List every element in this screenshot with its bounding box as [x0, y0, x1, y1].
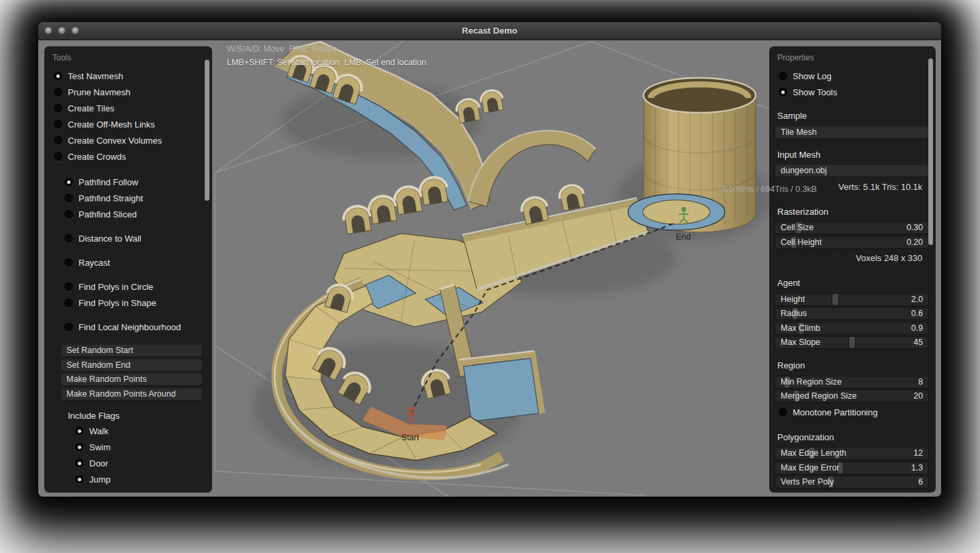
make-random-points-around-button[interactable]: Make Random Points Around [60, 388, 203, 401]
tool-option-label: Find Local Neighbourhood [79, 322, 181, 332]
radio-icon [54, 152, 62, 161]
height-slider[interactable]: Height2.0 [775, 293, 929, 306]
water-room [458, 351, 542, 421]
slider-label: Max Edge Error [781, 462, 840, 474]
tool-option-find-polys-in-circle[interactable]: Find Polys in Circle [44, 279, 212, 295]
slider-value: 1.3 [912, 462, 923, 474]
verts-per-poly-slider[interactable]: Verts Per Poly6 [775, 476, 929, 489]
include-flag-swim[interactable]: Swim [44, 440, 212, 456]
tool-mode-test-navmesh[interactable]: Test Navmesh [44, 68, 212, 84]
radio-icon [779, 88, 787, 97]
include-flag-label: Swim [89, 442, 111, 452]
section-title: Rasterization [769, 204, 936, 220]
slider-label: Cell Size [781, 221, 814, 234]
app-window: Recast Demo [38, 22, 941, 497]
sample-value: Tile Mesh [781, 128, 817, 137]
tools-scrollbar[interactable] [205, 60, 209, 201]
window-title: Recast Demo [38, 22, 941, 40]
slider-label: Max Slope [781, 336, 820, 349]
slider-label: Radius [781, 307, 807, 320]
slider-handle[interactable] [849, 337, 855, 348]
slider-label: Min Region Size [781, 376, 842, 389]
include-flag-walk[interactable]: Walk [44, 423, 212, 440]
radio-icon [64, 258, 73, 267]
tools-title: Tools [44, 52, 212, 68]
section-agent: AgentHeight2.0Radius0.6Max Climb0.9Max S… [769, 275, 936, 349]
section-title: Agent [769, 275, 936, 291]
tool-option-label: Pathfind Sliced [79, 209, 137, 219]
slider-label: Merged Region Size [781, 390, 856, 403]
titlebar[interactable]: Recast Demo [38, 22, 941, 40]
minimize-button[interactable] [58, 27, 66, 35]
slider-value: 0.30 [907, 221, 923, 234]
properties-toggles: Show LogShow Tools [769, 68, 936, 100]
make-random-points-button[interactable]: Make Random Points [60, 373, 203, 386]
sample-value-button[interactable]: Tile Mesh [775, 126, 929, 139]
slider-value: 2.0 [912, 293, 923, 306]
slider-value: 6 [918, 476, 923, 489]
cell-size-slider[interactable]: Cell Size0.30 [775, 221, 929, 234]
slider-label: Max Edge Length [781, 447, 846, 460]
start-label: Start [401, 433, 419, 442]
max-climb-slider[interactable]: Max Climb0.9 [775, 322, 929, 335]
radio-icon [54, 72, 62, 81]
tool-mode-create-crowds[interactable]: Create Crowds [44, 148, 212, 164]
tool-mode-label: Create Crowds [68, 152, 126, 162]
zoom-button[interactable] [71, 27, 79, 35]
tool-option-pathfind-sliced[interactable]: Pathfind Sliced [44, 206, 212, 222]
slider-handle[interactable] [832, 294, 838, 305]
section-region: RegionMin Region Size8Merged Region Size… [769, 358, 936, 421]
tool-mode-create-off-mesh-links[interactable]: Create Off-Mesh Links [44, 116, 212, 132]
prop-toggle-show-log[interactable]: Show Log [769, 68, 936, 84]
max-edge-error-slider[interactable]: Max Edge Error1.3 [775, 462, 929, 474]
input-mesh-value: dungeon.obj [781, 166, 827, 175]
tool-option-pathfind-follow[interactable]: Pathfind Follow [44, 174, 212, 190]
tool-mode-label: Create Off-Mesh Links [68, 119, 155, 130]
max-slope-slider[interactable]: Max Slope45 [775, 336, 929, 349]
tool-mode-label: Create Tiles [68, 103, 114, 113]
properties-scrollbar[interactable] [928, 58, 933, 245]
include-flag-label: Door [89, 458, 108, 468]
tool-option-label: Pathfind Follow [79, 177, 138, 187]
radio-icon [54, 88, 62, 97]
section-rasterization: RasterizationCell Size0.30Cell Height0.2… [769, 204, 936, 267]
tools-buttons-list: Set Random StartSet Random EndMake Rando… [44, 344, 212, 401]
radio-icon [54, 136, 62, 145]
tool-option-pathfind-straight[interactable]: Pathfind Straight [44, 190, 212, 206]
include-flag-label: Walk [89, 426, 108, 436]
radio-icon [75, 475, 84, 484]
section-footer: Voxels 248 x 330 [769, 250, 936, 266]
tool-option-label: Distance to Wall [79, 234, 141, 244]
tool-mode-create-tiles[interactable]: Create Tiles [44, 100, 212, 116]
set-random-start-button[interactable]: Set Random Start [60, 344, 203, 357]
include-flag-jump[interactable]: Jump [44, 472, 212, 488]
radius-slider[interactable]: Radius0.6 [775, 307, 929, 320]
merged-region-size-slider[interactable]: Merged Region Size20 [775, 390, 929, 403]
set-random-end-button[interactable]: Set Random End [60, 359, 203, 372]
close-button[interactable] [44, 27, 52, 35]
section-polygonization: PolygonizationMax Edge Length12Max Edge … [769, 430, 936, 489]
tool-option-find-local-neighbourhood[interactable]: Find Local Neighbourhood [44, 319, 212, 335]
tool-mode-prune-navmesh[interactable]: Prune Navmesh [44, 84, 212, 100]
min-region-size-slider[interactable]: Min Region Size8 [775, 376, 929, 389]
include-flag-label: Jump [89, 474, 111, 485]
tool-mode-create-convex-volumes[interactable]: Create Convex Volumes [44, 132, 212, 148]
tool-option-find-polys-in-shape[interactable]: Find Polys in Shape [44, 295, 212, 311]
tool-option-label: Find Polys in Shape [79, 298, 156, 308]
prop-toggle-show-tools[interactable]: Show Tools [769, 84, 936, 100]
section-checkbox-monotone-partitioning[interactable]: Monotone Partitioning [769, 405, 936, 421]
tool-option-raycast[interactable]: Raycast [44, 254, 212, 270]
cell-height-slider[interactable]: Cell Height0.20 [775, 236, 929, 249]
radio-icon [75, 459, 84, 468]
section-title: Region [769, 358, 936, 374]
tool-option-label: Find Polys in Circle [79, 282, 153, 292]
input-mesh-value-button[interactable]: dungeon.obj [775, 164, 929, 177]
include-flag-door[interactable]: Door [44, 456, 212, 472]
slider-label: Cell Height [781, 236, 822, 249]
max-edge-length-slider[interactable]: Max Edge Length12 [775, 447, 929, 460]
radio-icon [64, 323, 73, 332]
tool-option-distance-to-wall[interactable]: Distance to Wall [44, 230, 212, 246]
radio-icon [64, 178, 73, 187]
prop-toggle-label: Show Tools [793, 87, 837, 97]
prop-toggle-label: Show Log [793, 71, 832, 81]
